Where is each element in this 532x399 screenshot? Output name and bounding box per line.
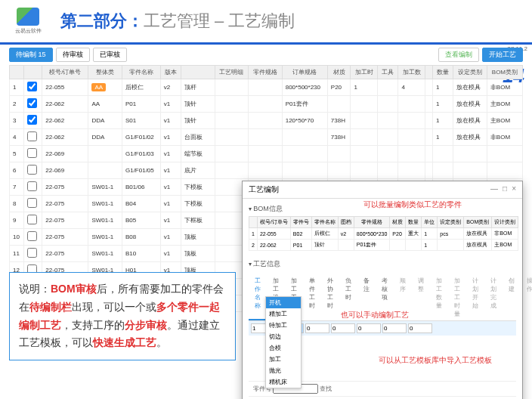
logo-subtext: 云易云软件 [15, 27, 42, 35]
process-tab[interactable]: 外协工时 [321, 274, 339, 320]
tab-pending[interactable]: 待编制 15 [9, 48, 53, 62]
row-checkbox[interactable] [27, 131, 37, 141]
bom-row[interactable]: 122-055B02后模仁v2800*500*230P20重大1pcs放在模具非… [249, 228, 518, 240]
table-row[interactable]: 622-069G1/F01/05v1底片 [10, 162, 523, 179]
btn-start-process[interactable]: 开始工艺 [482, 48, 523, 62]
explanation-box: 说明：BOM审核后，所有需要加工的零件会在待编制栏出现，可以一个或多个零件一起编… [9, 272, 236, 360]
dropdown-option[interactable]: 抛光 [266, 365, 301, 376]
col-header: 工艺明细 [215, 66, 249, 79]
val4-input[interactable] [382, 323, 407, 333]
dropdown-option[interactable]: 精加工 [266, 308, 301, 320]
section-process[interactable]: 工艺信息 [249, 257, 516, 271]
row-checkbox[interactable] [27, 98, 37, 108]
col-header: 数量 [433, 66, 453, 79]
dialog-title: 工艺编制 [249, 184, 279, 195]
page-title: 第二部分：工艺管理 – 工艺编制 [60, 10, 295, 32]
col-header: 模号/订单号 [42, 66, 88, 79]
dropdown-option[interactable]: 开机 [266, 297, 301, 308]
col-header [24, 66, 42, 79]
col-header: 零件规格 [249, 66, 283, 79]
col-header: 设定类别 [453, 66, 487, 79]
bom-table: 模号/订单号零件号零件名称图档零件规格材质数量单位设定类别BOM类别设计类别 1… [249, 216, 518, 251]
col-header [181, 66, 215, 79]
annotation-batch: 可以批量编制类似工艺的零件 [363, 200, 462, 210]
table-row[interactable]: 422-062DDAG1/F01/02v1台面板738H1放在模具非BOM [10, 129, 523, 146]
dropdown-option[interactable]: 特加工 [266, 320, 301, 331]
val2-input[interactable] [331, 323, 355, 333]
dropdown-option[interactable]: 精机床 [266, 376, 301, 388]
table-row[interactable]: 222-062AAP01v1顶针P01套件1放在模具主BOM [10, 96, 523, 113]
table-row[interactable]: 522-069G1/F01/03v1端节板 [10, 146, 523, 162]
process-tab[interactable]: 工作名称 [249, 274, 267, 320]
close-icon[interactable]: × [512, 184, 516, 195]
row-checkbox[interactable] [27, 198, 37, 208]
process-tab[interactable]: 单件工时 [303, 274, 321, 320]
col-header: BOM类别 [487, 66, 522, 79]
col-header: 加工数 [398, 66, 425, 79]
table-row[interactable]: 122-055AA后模仁v2顶杆800*500*230P20141放在模具非BO… [10, 79, 523, 96]
col-header: 加工时 [351, 66, 378, 79]
main-toolbar: 待编制 15 待审核 已审核 查看编制 开始工艺 [9, 48, 523, 62]
footer-hints: 修改记录 Q 查定位 O 批量复制 [加工设别] [加工工时] [小数] 到其他… [249, 396, 516, 399]
minimize-icon[interactable]: — [490, 184, 498, 195]
col-header [10, 66, 24, 79]
row-checkbox[interactable] [27, 82, 37, 91]
col-header [425, 66, 433, 79]
bom-row[interactable]: 222-062P01顶针P01套件1放在模具主BOM [249, 240, 518, 251]
page-header: 云易云软件 第二部分：工艺管理 – 工艺编制 [0, 0, 532, 45]
row-checkbox[interactable] [27, 148, 37, 158]
dropdown-option[interactable]: 加工 [266, 354, 301, 365]
seq-input[interactable] [251, 323, 266, 333]
table-row[interactable]: 322-062DDAS01v1顶针120*50*70738H1放在模具主BOM [10, 113, 523, 129]
row-checkbox[interactable] [27, 165, 37, 175]
val1-input[interactable] [305, 323, 329, 333]
logo-icon [17, 8, 39, 26]
col-header: 订单规格 [282, 66, 327, 79]
row-checkbox[interactable] [27, 181, 37, 191]
row-checkbox[interactable] [27, 215, 37, 224]
col-header: 零件名称 [122, 66, 160, 79]
col-header: 工具 [378, 66, 398, 79]
dropdown-option[interactable]: 切边 [266, 331, 301, 342]
logo: 云易云软件 [9, 6, 47, 36]
row-checkbox[interactable] [27, 231, 37, 241]
tab-review[interactable]: 待审核 [56, 48, 90, 62]
maximize-icon[interactable]: □ [503, 184, 507, 195]
process-name-dropdown[interactable]: 开机精加工特加工切边合模加工抛光精机床 [265, 296, 302, 388]
annotation-template: 可以从工艺模板库中导入工艺模板 [379, 355, 492, 366]
col-header: 材质 [327, 66, 351, 79]
val5-input[interactable] [408, 323, 432, 333]
dropdown-option[interactable]: 合模 [266, 342, 301, 354]
val3-input[interactable] [357, 323, 381, 333]
annotation-manual: 也可以手动编制工艺 [341, 310, 409, 320]
process-edit-dialog: 工艺编制 — □ × 可以批量编制类似工艺的零件 BOM信息 模号/订单号零件号… [242, 181, 523, 399]
tab-approved[interactable]: 已审核 [93, 48, 127, 62]
col-header: 整体类 [88, 66, 122, 79]
col-header: 版本 [160, 66, 181, 79]
btn-view-edit[interactable]: 查看编制 [438, 48, 479, 62]
row-checkbox[interactable] [27, 115, 37, 125]
row-checkbox[interactable] [27, 248, 37, 258]
